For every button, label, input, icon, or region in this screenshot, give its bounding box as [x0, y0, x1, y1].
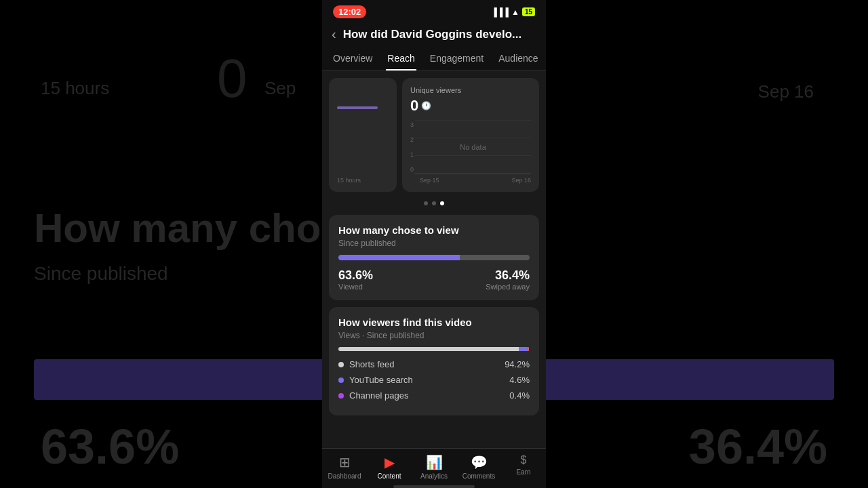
home-indicator — [393, 485, 475, 488]
swiped-fill — [460, 255, 530, 260]
traffic-bar-shorts — [338, 347, 519, 351]
dot-2 — [432, 201, 436, 205]
y-label-0: 0 — [410, 166, 414, 173]
bg-zero: 0 — [217, 47, 248, 110]
clock-icon: 🕐 — [421, 101, 431, 110]
back-button[interactable]: ‹ — [332, 26, 336, 42]
comments-label: Comments — [462, 472, 495, 480]
traffic-bar-other — [528, 347, 529, 351]
shorts-percent: 94.2% — [505, 359, 530, 369]
no-data-label: No data — [460, 143, 486, 151]
gridline-1 — [415, 155, 531, 156]
progress-stats: 63.6% Viewed 36.4% Swiped away — [338, 268, 530, 291]
search-dot — [338, 378, 344, 383]
dot-3 — [440, 201, 444, 205]
gridline-2 — [415, 138, 531, 138]
gridline-3 — [415, 120, 531, 121]
traffic-title: How viewers find this video — [338, 317, 530, 328]
unique-viewers-card: Unique viewers 0 🕐 3 2 1 0 — [402, 78, 539, 192]
small-card-left: 15 hours — [329, 78, 397, 192]
chart-area: No data — [415, 120, 531, 174]
viewed-percent: 63.6% — [338, 268, 373, 283]
dot-1 — [424, 201, 428, 205]
nav-analytics[interactable]: 📊 Analytics — [412, 454, 456, 480]
viewed-label: Viewed — [338, 283, 373, 291]
signal-icon: ▐▐▐ — [491, 7, 509, 17]
search-name: YouTube search — [349, 375, 413, 385]
analytics-label: Analytics — [420, 472, 448, 480]
bg-main-text: How many cho Since published — [34, 202, 321, 286]
traffic-source-shorts: Shorts feed 94.2% — [338, 359, 530, 369]
traffic-source-channel: Channel pages 0.4% — [338, 390, 530, 401]
tab-overview[interactable]: Overview — [332, 47, 374, 70]
comments-icon: 💬 — [471, 454, 488, 470]
search-percent: 4.6% — [509, 375, 530, 385]
content-icon: ▶ — [384, 454, 395, 470]
header: ‹ How did David Goggins develo... — [322, 21, 546, 47]
unique-viewers-label: Unique viewers — [410, 86, 531, 94]
carousel-dots — [329, 201, 539, 205]
tab-engagement[interactable]: Engagement — [429, 47, 485, 70]
wifi-icon: ▲ — [511, 7, 519, 17]
swiped-stat: 36.4% Swiped away — [486, 268, 530, 291]
nav-content[interactable]: ▶ Content — [367, 454, 412, 480]
bg-percent-right: 36.4% — [689, 419, 827, 474]
channel-percent: 0.4% — [509, 390, 530, 401]
tabs-bar: Overview Reach Engagement Audience Rev..… — [322, 47, 546, 71]
bg-hours: 15 hours — [41, 78, 109, 99]
viewed-fill — [338, 255, 460, 260]
swiped-percent: 36.4% — [486, 268, 530, 283]
status-icons: ▐▐▐ ▲ 15 — [491, 7, 535, 17]
nav-dashboard[interactable]: ⊞ Dashboard — [322, 454, 367, 480]
traffic-combined-bar — [338, 347, 530, 351]
unique-viewers-chart: 3 2 1 0 No data — [410, 120, 531, 184]
traffic-bar-container — [338, 347, 530, 351]
swiped-label: Swiped away — [486, 283, 530, 291]
page-title: How did David Goggins develo... — [343, 28, 536, 41]
battery-badge: 15 — [522, 7, 535, 16]
chose-to-view-subtitle: Since published — [338, 239, 530, 248]
small-card-bar — [337, 106, 378, 109]
bottom-nav: ⊞ Dashboard ▶ Content 📊 Analytics 💬 Comm… — [322, 448, 546, 483]
small-card-x1: 15 hours — [337, 177, 389, 184]
tab-audience[interactable]: Audience — [497, 47, 539, 70]
earn-label: Earn — [516, 468, 530, 476]
shorts-name: Shorts feed — [349, 359, 395, 369]
phone-container: 12:02 ▐▐▐ ▲ 15 ‹ How did David Goggins d… — [322, 0, 546, 488]
shorts-dot — [338, 362, 344, 367]
traffic-sources-card: How viewers find this video Views · Sinc… — [329, 307, 539, 415]
traffic-bar-search — [519, 347, 528, 351]
status-time: 12:02 — [333, 5, 366, 18]
x-label-sep16: Sep 16 — [511, 177, 531, 184]
unique-viewers-value: 0 🕐 — [410, 97, 531, 115]
content-label: Content — [377, 472, 401, 480]
chose-to-view-bar — [338, 255, 530, 260]
channel-name: Channel pages — [349, 390, 408, 401]
y-label-2: 2 — [410, 136, 414, 143]
nav-earn[interactable]: $ Earn — [501, 454, 546, 480]
channel-dot — [338, 393, 344, 399]
dashboard-label: Dashboard — [328, 472, 361, 480]
chose-to-view-title: How many chose to view — [338, 224, 530, 236]
y-label-3: 3 — [410, 121, 414, 128]
dashboard-icon: ⊞ — [339, 454, 351, 470]
viewed-stat: 63.6% Viewed — [338, 268, 373, 291]
tab-reach[interactable]: Reach — [386, 47, 416, 70]
bg-sep-left: Sep — [264, 78, 296, 99]
x-label-sep15: Sep 15 — [420, 177, 439, 184]
nav-comments[interactable]: 💬 Comments — [456, 454, 501, 480]
bg-percent-left: 63.6% — [41, 419, 179, 474]
traffic-subtitle: Views · Since published — [338, 331, 530, 340]
analytics-icon: 📊 — [426, 454, 443, 470]
earn-icon: $ — [521, 454, 527, 466]
bg-sep-right: Sep 16 — [758, 81, 814, 102]
status-bar: 12:02 ▐▐▐ ▲ 15 — [322, 0, 546, 21]
y-label-1: 1 — [410, 151, 414, 158]
chose-to-view-card: How many chose to view Since published 6… — [329, 215, 539, 300]
traffic-source-search: YouTube search 4.6% — [338, 375, 530, 385]
scroll-content[interactable]: 15 hours Unique viewers 0 🕐 3 2 — [322, 71, 546, 448]
carousel-row: 15 hours Unique viewers 0 🕐 3 2 — [329, 78, 539, 192]
